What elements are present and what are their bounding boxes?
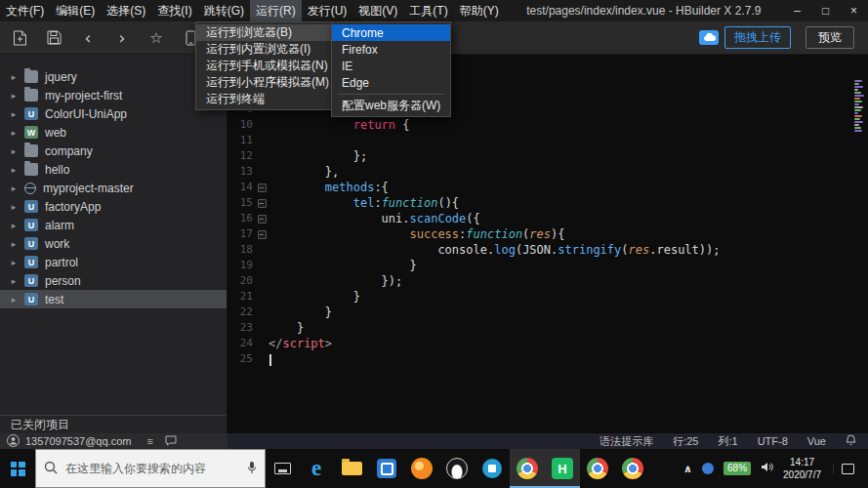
fold-marker-icon[interactable]: − <box>258 199 267 208</box>
notification-bell-icon[interactable] <box>846 434 856 448</box>
menubar-item[interactable]: 发行(U) <box>302 0 353 21</box>
project-item[interactable]: ▸alarm <box>0 216 227 234</box>
drag-upload-button[interactable]: 拖拽上传 <box>724 26 791 49</box>
feedback-chat-icon[interactable] <box>165 435 177 448</box>
taskbar-app-firefox[interactable] <box>404 449 439 488</box>
windows-search-box[interactable] <box>35 449 266 488</box>
code-line[interactable]: 25 <box>227 351 868 367</box>
taskbar-app-qq[interactable] <box>439 449 475 488</box>
code-line[interactable]: 14− methods:{ <box>227 180 868 195</box>
taskbar-app-chrome-2[interactable] <box>580 449 615 488</box>
browser-menu-item[interactable]: IE <box>332 58 450 74</box>
cloud-upload-icon[interactable] <box>699 30 719 45</box>
project-item[interactable]: ▸work <box>0 234 227 253</box>
code-line[interactable]: 10 return { <box>227 117 868 133</box>
uni-project-icon <box>24 200 38 213</box>
project-item[interactable]: ▸partrol <box>0 253 227 271</box>
code-line[interactable]: 21 } <box>227 289 868 305</box>
menubar-item[interactable]: 查找(I) <box>151 0 197 21</box>
project-item[interactable]: ▸ColorUI-UniApp <box>0 104 227 123</box>
save-icon[interactable] <box>44 28 63 48</box>
preview-button[interactable]: 预览 <box>806 26 854 49</box>
menubar-item[interactable]: 视图(V) <box>352 0 403 21</box>
forward-icon[interactable]: › <box>112 28 132 48</box>
project-item[interactable]: ▸myproject-master <box>0 179 227 197</box>
status-item[interactable]: 行:25 <box>673 434 698 449</box>
code-line[interactable]: 12 }; <box>227 148 868 164</box>
menubar-item[interactable]: 选择(S) <box>101 0 151 21</box>
status-item[interactable]: Vue <box>807 435 826 447</box>
code-line[interactable]: 15− tel:function(){ <box>227 195 868 211</box>
code-line[interactable]: 11 <box>227 133 868 148</box>
user-avatar-icon[interactable] <box>7 434 20 449</box>
browser-menu-item[interactable]: Chrome <box>332 24 450 41</box>
project-item[interactable]: ▸my-project-first <box>0 86 227 104</box>
code-line[interactable]: 20 }); <box>227 273 868 289</box>
tray-app-icon[interactable] <box>702 463 714 474</box>
code-line[interactable]: 19 } <box>227 258 868 273</box>
taskbar-app-edge[interactable]: e <box>299 449 334 488</box>
menu-bar: 文件(F)编辑(E)选择(S)查找(I)跳转(G)运行(R)发行(U)视图(V)… <box>0 0 505 21</box>
fold-gutter <box>255 164 269 180</box>
minimap-line <box>854 130 862 132</box>
taskbar-app-file-explorer[interactable] <box>334 449 369 488</box>
fold-marker-icon[interactable]: − <box>258 183 267 192</box>
battery-indicator[interactable]: 68% <box>723 462 751 475</box>
volume-icon[interactable] <box>761 462 773 475</box>
code-line[interactable]: 23 } <box>227 320 868 336</box>
code-line[interactable]: 18 console.log(JSON.stringify(res.result… <box>227 242 868 258</box>
menubar-item[interactable]: 跳转(G) <box>198 0 250 21</box>
fold-marker-icon[interactable]: − <box>258 215 267 224</box>
task-view-button[interactable] <box>266 449 299 488</box>
minimap-line <box>854 109 861 111</box>
windows-search-input[interactable] <box>65 462 239 475</box>
hidden-icons-chevron-icon[interactable]: ∧ <box>683 463 692 475</box>
action-center-button[interactable] <box>833 464 862 474</box>
menu-list-icon[interactable]: ≡ <box>146 435 152 447</box>
taskbar-app-devtool[interactable] <box>475 449 510 488</box>
menubar-item[interactable]: 工具(T) <box>403 0 453 21</box>
menubar-item[interactable]: 运行(R) <box>250 0 302 21</box>
code-editor[interactable]: 678910 return {1112 };13 },14− methods:{… <box>227 55 868 433</box>
project-item[interactable]: ▸person <box>0 271 227 290</box>
code-line[interactable]: 13 }, <box>227 164 868 180</box>
project-item[interactable]: ▸factoryApp <box>0 197 227 216</box>
maximize-button[interactable]: □ <box>811 0 840 21</box>
menubar-item[interactable]: 帮助(Y) <box>454 0 505 21</box>
new-file-icon[interactable] <box>10 28 29 48</box>
browser-menu-item[interactable]: Edge <box>332 74 450 91</box>
status-item[interactable]: 列:1 <box>718 434 737 449</box>
project-item[interactable]: ▸jquery <box>0 67 227 86</box>
browser-menu-item[interactable]: 配置web服务器(W) <box>332 98 450 114</box>
code-line[interactable]: 17− success:function(res){ <box>227 226 868 242</box>
microphone-icon[interactable] <box>247 461 257 477</box>
minimap[interactable] <box>854 80 865 133</box>
code-content: } <box>269 289 360 305</box>
taskbar-app-hbuilderx[interactable]: H <box>545 449 580 488</box>
taskbar-app-chrome[interactable] <box>510 449 545 488</box>
project-item[interactable]: ▸hello <box>0 160 227 179</box>
code-line[interactable]: 22 } <box>227 305 868 320</box>
taskbar-app-chrome-3[interactable] <box>615 449 650 488</box>
minimize-button[interactable]: – <box>783 0 811 21</box>
project-item[interactable]: ▸web <box>0 123 227 142</box>
project-item[interactable]: ▸company <box>0 142 227 160</box>
back-icon[interactable]: ‹ <box>78 28 98 48</box>
menubar-item[interactable]: 文件(F) <box>0 0 50 21</box>
favorites-star-icon[interactable]: ☆ <box>146 28 166 48</box>
folder-project-icon <box>24 144 38 157</box>
status-item[interactable]: 语法提示库 <box>599 434 653 449</box>
menubar-item[interactable]: 编辑(E) <box>50 0 101 21</box>
project-item[interactable]: ▸test <box>0 290 227 308</box>
fold-marker-icon[interactable]: − <box>258 230 267 239</box>
user-email[interactable]: 1357097537@qq.com <box>25 435 131 447</box>
code-line[interactable]: 16− uni.scanCode({ <box>227 211 868 226</box>
closed-projects-row[interactable]: 已关闭项目 <box>0 415 227 433</box>
taskbar-clock[interactable]: 14:17 2020/7/7 <box>783 456 821 481</box>
start-button[interactable] <box>0 449 35 488</box>
taskbar-app-blue-app[interactable] <box>369 449 404 488</box>
code-line[interactable]: 24</script> <box>227 336 868 351</box>
close-button[interactable]: × <box>840 0 868 21</box>
status-item[interactable]: UTF-8 <box>758 435 788 447</box>
browser-menu-item[interactable]: Firefox <box>332 41 450 58</box>
